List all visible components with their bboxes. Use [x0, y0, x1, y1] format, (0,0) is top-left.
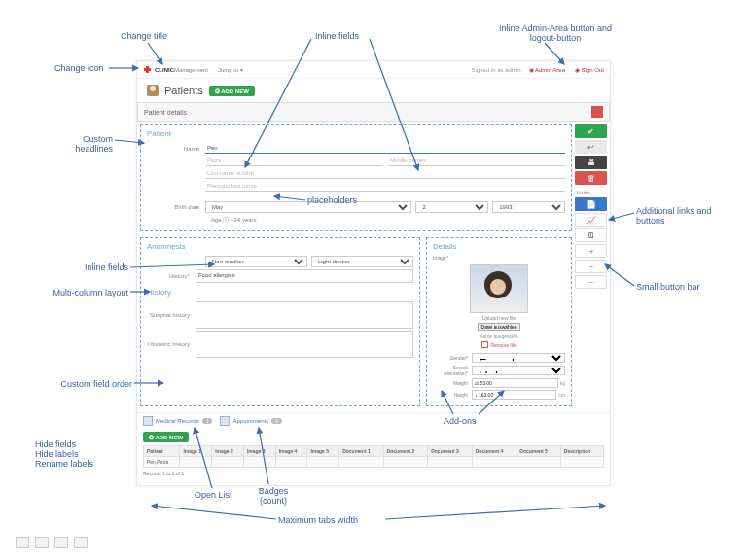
back-button[interactable]: ↩	[575, 140, 607, 154]
sexor-select[interactable]: Unknown	[472, 366, 565, 375]
appointments-icon	[220, 416, 230, 426]
label-gender: Gender*	[433, 355, 472, 361]
link-button-2[interactable]: 📈	[575, 213, 607, 227]
annot-small-btn: Small button bar	[636, 282, 724, 292]
annot-custom-order: Custom field order	[35, 379, 132, 389]
middle-name-input[interactable]	[388, 156, 565, 166]
print-button[interactable]: 🖶	[575, 156, 607, 169]
jump-to-menu[interactable]: Jump to ▾	[218, 66, 243, 73]
annot-inline-fields: Inline fields	[315, 31, 359, 41]
history-textarea[interactable]: Food allergies	[196, 269, 413, 283]
zoom-in-button[interactable]: ＋	[575, 244, 607, 258]
annot-custom-headlines: Custom headlines	[45, 134, 113, 154]
sign-out-button[interactable]: ◉ Sign Out	[575, 66, 604, 73]
table-row[interactable]: Pen,Petra	[144, 457, 604, 468]
birth-day-select[interactable]: 2	[415, 201, 488, 213]
patient-photo	[470, 264, 528, 313]
section-head-history: History	[141, 284, 419, 300]
badge-medrec: 1	[202, 418, 213, 424]
nav-icon-4[interactable]	[74, 537, 88, 548]
detail-bar: Patient details i	[137, 102, 610, 122]
link-button-1[interactable]: 📄	[575, 197, 607, 211]
more-button[interactable]: ⋯	[575, 275, 607, 289]
tab-medical-records[interactable]: Medical Records1	[143, 416, 212, 426]
nav-icon-2[interactable]	[35, 537, 49, 548]
label-name: Name	[147, 146, 205, 152]
child-tabs: Medical Records1 Appointments0	[137, 412, 610, 429]
annot-hide-fields: Hide fields Hide labels Rename labels	[35, 439, 123, 469]
label-age: Age	[211, 217, 222, 223]
bottom-toolbar	[16, 537, 88, 548]
annot-open-list: Open List	[195, 490, 232, 500]
smoker-select[interactable]: Non-smoker	[205, 256, 307, 267]
signed-in-as: Signed in as admin	[472, 67, 521, 73]
brand: CLINICManagement	[155, 67, 208, 73]
label-weight: Weight	[433, 380, 472, 386]
detail-bar-title: Patient details	[144, 109, 187, 116]
info-button[interactable]: i	[591, 106, 603, 118]
gender-select[interactable]: Female	[472, 353, 565, 363]
label-obstetric: Obstetric history	[147, 341, 196, 347]
birth-month-select[interactable]: May	[205, 201, 411, 213]
svg-line-16	[152, 506, 276, 519]
patient-section: Patient Name Birth date	[140, 124, 572, 231]
drinker-select[interactable]: Light drinker	[311, 256, 413, 267]
height-value: ↕ 163.00	[472, 390, 556, 400]
records-table: PatientImage 1Image 2Image 3Image 4Image…	[143, 445, 604, 468]
label-birthdate: Birth date	[147, 204, 205, 210]
weight-value: ⚖ 53.00	[472, 378, 558, 388]
weight-unit: kg	[558, 380, 565, 386]
links-label: Links	[575, 190, 607, 195]
name-input[interactable]	[205, 143, 565, 154]
medical-records-icon	[143, 416, 153, 426]
height-unit: cm	[556, 392, 565, 398]
tab-appointments[interactable]: Appointments0	[220, 416, 281, 426]
patients-icon	[147, 85, 159, 96]
add-new-record-button[interactable]: ✪ ADD NEW	[143, 432, 189, 442]
link-button-3[interactable]: 🗓	[575, 228, 607, 242]
label-height: Height	[433, 392, 472, 398]
last-name-birth-input[interactable]	[205, 168, 565, 179]
section-head-patient: Patient	[141, 125, 571, 142]
delete-button[interactable]: 🗑	[575, 171, 607, 185]
annot-additional-links: Additional links and buttons	[636, 206, 724, 226]
label-history: History*	[147, 273, 196, 279]
badge-appt: 0	[271, 418, 282, 424]
annot-inline-fields2: Inline fields	[64, 262, 128, 272]
birth-year-select[interactable]: 1993	[492, 201, 565, 213]
no-file-label: Keine ausgewählt	[480, 333, 517, 339]
save-button[interactable]: ✔	[575, 124, 607, 138]
annot-multi-column: Multi-column layout	[35, 288, 128, 298]
app-window: CLINICManagement Jump to ▾ Signed in as …	[136, 60, 611, 486]
add-new-button[interactable]: ✪ ADD NEW	[209, 86, 255, 96]
label-image: Image*	[427, 255, 571, 261]
topbar: CLINICManagement Jump to ▾ Signed in as …	[137, 61, 610, 79]
nav-icon-1[interactable]	[16, 537, 29, 548]
annot-inline-admin: Inline Admin-Area button and logout-butt…	[492, 23, 619, 43]
annot-max-tabs: Maximum tabs width	[278, 515, 358, 525]
nav-icon-3[interactable]	[54, 537, 68, 548]
annot-change-title: Change title	[121, 31, 167, 41]
svg-line-17	[385, 506, 605, 519]
zoom-out-button[interactable]: －	[575, 260, 607, 273]
section-head-details: Details	[427, 238, 571, 255]
admin-area-button[interactable]: ◉ Admin Area	[529, 66, 565, 73]
remove-file-checkbox[interactable]	[481, 341, 488, 348]
label-surgical: Surgical history	[147, 312, 196, 318]
side-button-bar: ✔ ↩ 🖶 🗑 Links 📄 📈 🗓 ＋ － ⋯	[575, 122, 610, 409]
surgical-textarea[interactable]	[196, 301, 413, 329]
table-header-row: PatientImage 1Image 2Image 3Image 4Image…	[144, 446, 604, 457]
records-info: Records 1 to 1 of 1	[143, 468, 604, 479]
label-sexor: Sexual orientation*	[433, 365, 472, 376]
logo-icon	[143, 65, 152, 74]
upload-label: Upload new file	[427, 315, 571, 321]
previous-last-name-input[interactable]	[205, 181, 565, 192]
obstetric-textarea[interactable]	[196, 331, 413, 358]
page-header: Patients ✪ ADD NEW	[137, 79, 610, 102]
choose-file-button[interactable]: Datei auswählen	[478, 323, 521, 331]
section-head-anamnesis: Anamnesis	[141, 238, 419, 255]
first-name-input[interactable]	[205, 156, 382, 166]
age-value: ~24 years	[231, 217, 257, 223]
annot-badges: Badges (count)	[249, 486, 298, 506]
remove-file-row[interactable]: Remove file	[427, 341, 571, 348]
